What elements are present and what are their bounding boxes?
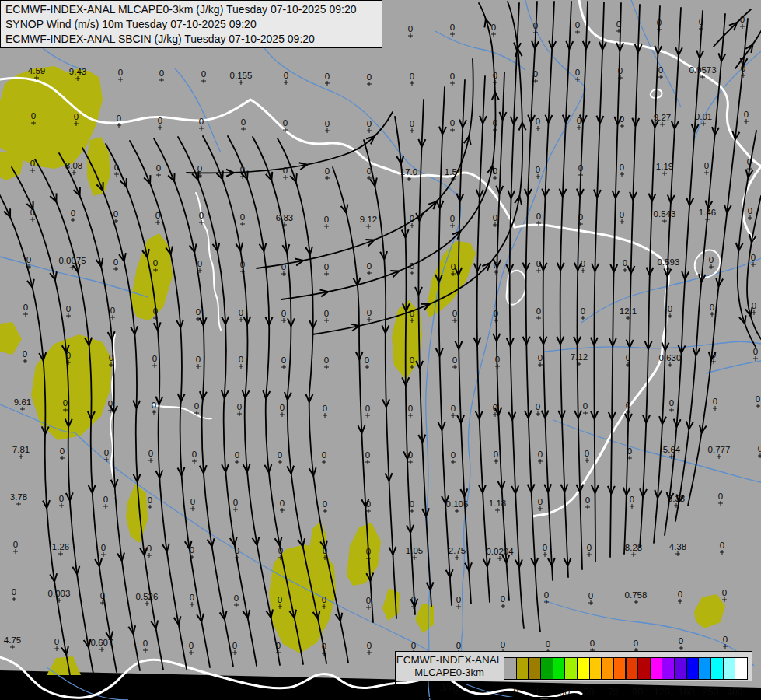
- sbcin-station-value: 0: [581, 306, 585, 316]
- sbcin-station-value: 1.46: [699, 208, 716, 217]
- sbcin-station-value: 0: [284, 71, 288, 80]
- sbcin-station-value: 7.12: [571, 352, 588, 362]
- legend-tick-label: 0: [513, 687, 518, 698]
- sbcin-station-value: 0: [194, 401, 199, 411]
- sbcin-station-value: 4.38: [669, 542, 686, 551]
- legend-color-box: [723, 657, 736, 680]
- sbcin-station-value: 0: [23, 349, 27, 359]
- sbcin-station-value: 1.05: [406, 546, 423, 555]
- sbcin-station-value: 0: [155, 211, 160, 220]
- sbcin-station-value: 9.12: [360, 215, 377, 224]
- sbcin-station-value: 9.61: [14, 397, 31, 407]
- sbcin-station-value: 0: [13, 540, 18, 549]
- sbcin-station-value: 0: [756, 394, 760, 404]
- title-line-sbcin: ECMWF-INDEX-ANAL SBCIN (J/kg) Tuesday 07…: [5, 32, 377, 47]
- sbcin-station-value: 0: [240, 165, 245, 174]
- sbcin-station-value: 0: [546, 639, 550, 649]
- sbcin-station-value: 0.777: [708, 445, 731, 454]
- sbcin-station-value: 0: [720, 541, 724, 550]
- sbcin-station-value: 0: [240, 212, 245, 222]
- sbcin-station-value: 0: [366, 596, 371, 605]
- sbcin-station-value: 0: [577, 116, 581, 125]
- sbcin-station-value: 0: [450, 23, 455, 32]
- sbcin-station-value: 0: [575, 68, 580, 77]
- sbcin-station-value: 0: [110, 306, 115, 315]
- sbcin-station-value: 0: [281, 262, 286, 271]
- sbcin-station-value: 0: [192, 450, 197, 459]
- sbcin-station-value: 0: [544, 590, 549, 600]
- sbcin-station-value: 0: [66, 304, 71, 313]
- sbcin-station-value: 0: [536, 117, 540, 126]
- sbcin-station-value: 0: [578, 163, 583, 173]
- sbcin-station-value: 0: [241, 117, 246, 127]
- sbcin-station-value: 0: [456, 641, 461, 650]
- sbcin-station-value: 0: [31, 111, 36, 121]
- legend-tick-label: 12: [535, 687, 546, 698]
- sbcin-station-value: 0: [114, 163, 119, 172]
- sbcin-station-value: 0: [634, 639, 638, 648]
- legend-color-box: [626, 657, 639, 680]
- sbcin-station-value: 0: [367, 641, 372, 650]
- sbcin-station-value: 0: [450, 214, 455, 223]
- mlcape-legend: ECMWF-INDEX-ANAL MLCAPE0-3km J/kg 012305…: [395, 651, 752, 698]
- sbcin-station-value: 0: [281, 309, 286, 318]
- sbcin-station-value: 3.78: [10, 492, 27, 502]
- sbcin-station-value: 0.526: [136, 592, 159, 601]
- sbcin-station-value: 0: [158, 116, 162, 125]
- sbcin-station-value: 12.1: [620, 306, 637, 316]
- sbcin-station-value: 0: [410, 214, 414, 223]
- sbcin-station-value: 0.0573: [689, 65, 716, 75]
- sbcin-station-value: 0: [367, 166, 372, 176]
- sbcin-station-value: 0: [23, 303, 28, 312]
- sbcin-station-value: 0: [199, 117, 204, 126]
- legend-tick-label: 120: [654, 687, 670, 698]
- sbcin-station-value: 2.75: [449, 546, 466, 555]
- sbcin-station-value: 0: [538, 450, 543, 459]
- sbcin-station-value: 0: [620, 210, 624, 219]
- sbcin-station-value: 0: [741, 64, 745, 73]
- sbcin-station-value: 0: [54, 637, 59, 646]
- sbcin-station-value: 0: [196, 307, 201, 317]
- sbcin-station-value: 0: [723, 635, 728, 644]
- sbcin-station-value: 0.630: [659, 353, 682, 362]
- sbcin-station-value: 0: [66, 351, 71, 360]
- sbcin-station-value: 0: [722, 588, 727, 597]
- sbcin-station-value: 8.08: [65, 161, 82, 170]
- sbcin-station-value: 0: [451, 262, 456, 271]
- sbcin-station-value: 0: [669, 398, 674, 408]
- sbcin-station-value: 0: [323, 546, 327, 555]
- sbcin-station-value: 0: [410, 355, 414, 365]
- sbcin-station-value: 4.75: [4, 635, 21, 645]
- sbcin-station-value: 0: [190, 545, 194, 555]
- sbcin-station-value: 0: [283, 118, 288, 128]
- legend-tick-label: 70: [608, 687, 619, 698]
- sbcin-station-value: 0: [322, 450, 326, 460]
- sbcin-station-value: 0: [240, 260, 245, 269]
- sbcin-station-value: 0: [322, 595, 326, 604]
- sbcin-station-value: 0: [276, 641, 281, 650]
- legend-color-box: [650, 657, 663, 680]
- sbcin-station-value: 0: [63, 398, 68, 408]
- sbcin-station-value: 0: [751, 253, 756, 262]
- sbcin-station-value: 0: [411, 641, 416, 650]
- sbcin-station-value: 0: [718, 492, 723, 501]
- sbcin-station-value: 0: [108, 399, 113, 408]
- sbcin-station-value: 8.28: [625, 543, 642, 552]
- sbcin-station-value: 0: [190, 497, 195, 506]
- sbcin-station-value: 0: [201, 69, 206, 79]
- sbcin-station-value: 0: [197, 259, 202, 268]
- sbcin-station-value: 0: [30, 208, 35, 217]
- sbcin-station-value: 6.83: [276, 213, 293, 222]
- sbcin-station-value: 0: [590, 639, 595, 648]
- sbcin-station-value: 0: [536, 259, 541, 268]
- sbcin-station-value: 0: [117, 114, 121, 123]
- sbcin-station-value: 1.54: [445, 167, 463, 177]
- sbcin-station-value: 0: [410, 499, 414, 509]
- sbcin-station-value: 0: [451, 404, 456, 413]
- sbcin-station-value: 0: [456, 595, 461, 604]
- sbcin-station-value: 0: [199, 211, 204, 220]
- sbcin-station-value: 0: [281, 355, 286, 365]
- sbcin-station-value: 0: [100, 591, 105, 600]
- legend-tick-label: 50: [584, 687, 595, 698]
- legend-color-box: [540, 657, 553, 680]
